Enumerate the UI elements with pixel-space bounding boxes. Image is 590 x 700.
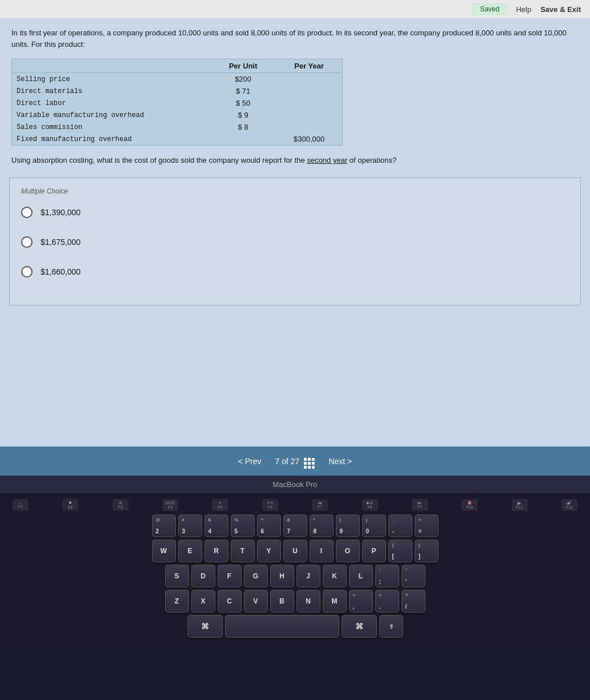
fn-key-f4[interactable]: ⊟⊟⊟F4	[162, 499, 178, 511]
multiple-choice-section: Multiple Choice $1,390,000 $1,675,000 $1…	[9, 178, 581, 305]
fn-key-f10[interactable]: 🔇F10	[461, 499, 477, 511]
mc-label: Multiple Choice	[21, 187, 569, 195]
table-row-unit: $ 50	[210, 97, 276, 109]
key-6[interactable]: ^6	[257, 514, 281, 537]
key-7[interactable]: &7	[283, 514, 307, 537]
zxcv-row: Z X C V B N M <, >. ?/	[11, 590, 579, 613]
content-area: In its first year of operations, a compa…	[0, 18, 590, 446]
second-year-text: second year	[307, 156, 347, 164]
table-row-year	[276, 109, 342, 121]
table-row-label: Selling price	[12, 73, 210, 86]
keyboard-area: ☼F1 ✺F2 ⊞F3 ⊟⊟⊟F4 ☀F5 ☀☀F6 ⏮F7 ▶⏸F8 ⏭F9 …	[0, 493, 590, 651]
key-8[interactable]: *8	[310, 514, 334, 537]
table-row-label: Fixed manufacturing overhead	[12, 133, 210, 145]
key-t[interactable]: T	[231, 540, 255, 562]
table-row-label: Direct labor	[12, 97, 210, 109]
key-shift-right[interactable]: ⇧	[379, 615, 403, 638]
product-table: Per Unit Per Year Selling price $200 Dir…	[11, 59, 343, 146]
fn-key-f1[interactable]: ☼F1	[13, 499, 29, 511]
mc-option-1[interactable]: $1,390,000	[21, 207, 569, 218]
key-cmd-right[interactable]: ⌘	[342, 615, 377, 638]
key-c[interactable]: C	[218, 590, 242, 613]
key-close-bracket[interactable]: }]	[415, 540, 439, 562]
table-row-year: $300,000	[276, 133, 342, 145]
key-u[interactable]: U	[283, 540, 307, 562]
key-n[interactable]: N	[296, 590, 320, 613]
mc-option-text-3: $1,660,000	[41, 267, 81, 276]
table-row-label: Direct materials	[12, 85, 210, 97]
key-k[interactable]: K	[323, 565, 347, 588]
table-row-label: Sales commission	[12, 121, 210, 133]
fn-key-f8[interactable]: ▶⏸F8	[362, 499, 378, 511]
mc-radio-1[interactable]	[21, 207, 33, 218]
col-per-unit-header: Per Unit	[210, 59, 276, 73]
key-f[interactable]: F	[218, 565, 242, 588]
table-row-year	[276, 73, 342, 86]
fn-key-f11[interactable]: 🔉F11	[512, 499, 528, 511]
saved-badge: Saved	[472, 3, 507, 15]
prev-button[interactable]: < Prev	[238, 457, 262, 466]
key-quote[interactable]: "'	[402, 565, 426, 588]
key-e[interactable]: E	[178, 540, 202, 562]
key-period[interactable]: >.	[375, 590, 399, 613]
key-b[interactable]: B	[270, 590, 294, 613]
col-per-year-header: Per Year	[276, 59, 342, 73]
key-h[interactable]: H	[270, 565, 294, 588]
fn-key-f3[interactable]: ⊞F3	[113, 499, 129, 511]
macbook-label: MacBook Pro	[0, 476, 590, 493]
key-s[interactable]: S	[165, 565, 189, 588]
key-o[interactable]: O	[336, 540, 360, 562]
key-cmd-left[interactable]: ⌘	[187, 615, 223, 638]
key-4[interactable]: $4	[204, 514, 228, 537]
fn-key-f6[interactable]: ☀☀F6	[262, 499, 278, 511]
table-row-unit: $ 8	[210, 121, 276, 133]
key-equals[interactable]: +=	[415, 514, 439, 537]
key-slash[interactable]: ?/	[402, 590, 426, 613]
mc-option-3[interactable]: $1,660,000	[21, 266, 569, 277]
function-row: ☼F1 ✺F2 ⊞F3 ⊟⊟⊟F4 ☀F5 ☀☀F6 ⏮F7 ▶⏸F8 ⏭F9 …	[11, 499, 579, 511]
key-i[interactable]: I	[310, 540, 334, 562]
key-0[interactable]: )0	[362, 514, 386, 537]
fn-key-f12[interactable]: 🔊F12	[561, 499, 577, 511]
key-d[interactable]: D	[191, 565, 215, 588]
table-row-unit: $ 71	[210, 85, 276, 97]
fn-key-f2[interactable]: ✺F2	[62, 499, 78, 511]
key-semicolon[interactable]: :;	[375, 565, 399, 588]
key-m[interactable]: M	[323, 590, 347, 613]
fn-key-f7[interactable]: ⏮F7	[312, 499, 328, 511]
asdf-row: S D F G H J K L :; "'	[11, 565, 579, 588]
key-g[interactable]: G	[244, 565, 268, 588]
key-l[interactable]: L	[349, 565, 373, 588]
save-exit-link[interactable]: Save & Exit	[540, 5, 581, 14]
mc-radio-2[interactable]	[21, 236, 33, 248]
key-v[interactable]: V	[244, 590, 268, 613]
key-open-bracket[interactable]: {[	[388, 540, 412, 562]
key-y[interactable]: Y	[257, 540, 281, 562]
mc-radio-3[interactable]	[21, 266, 33, 277]
key-3[interactable]: #3	[178, 514, 202, 537]
top-bar: Saved Help Save & Exit	[0, 0, 590, 18]
key-comma[interactable]: <,	[349, 590, 373, 613]
nav-info: 7 of 27	[275, 453, 315, 469]
fn-key-f5[interactable]: ☀F5	[212, 499, 228, 511]
table-row-year	[276, 85, 342, 97]
mc-option-2[interactable]: $1,675,000	[21, 236, 569, 248]
key-z[interactable]: Z	[165, 590, 189, 613]
key-w[interactable]: W	[152, 540, 176, 562]
next-button[interactable]: Next >	[328, 457, 352, 466]
navigation-bar: < Prev 7 of 27 Next >	[0, 446, 590, 476]
key-minus[interactable]: _-	[388, 514, 412, 537]
fn-key-f9[interactable]: ⏭F9	[412, 499, 428, 511]
help-link[interactable]: Help	[516, 5, 531, 14]
key-r[interactable]: R	[204, 540, 228, 562]
key-j[interactable]: J	[296, 565, 320, 588]
table-row-unit: $ 9	[210, 109, 276, 121]
key-9[interactable]: (9	[336, 514, 360, 537]
key-2[interactable]: @2	[152, 514, 176, 537]
key-space[interactable]	[225, 615, 339, 638]
key-x[interactable]: X	[191, 590, 215, 613]
grid-icon	[304, 453, 315, 469]
key-5[interactable]: %5	[231, 514, 255, 537]
key-p[interactable]: P	[362, 540, 386, 562]
page-position: 7 of 27	[275, 457, 300, 466]
